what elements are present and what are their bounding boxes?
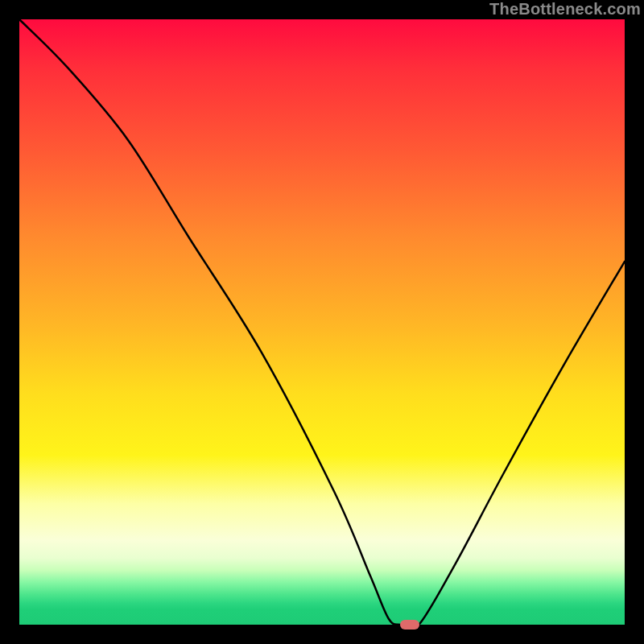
- watermark-text: TheBottleneck.com: [489, 0, 641, 19]
- bottleneck-curve: [19, 19, 625, 625]
- chart-frame: TheBottleneck.com: [0, 0, 644, 644]
- optimal-marker: [400, 620, 419, 630]
